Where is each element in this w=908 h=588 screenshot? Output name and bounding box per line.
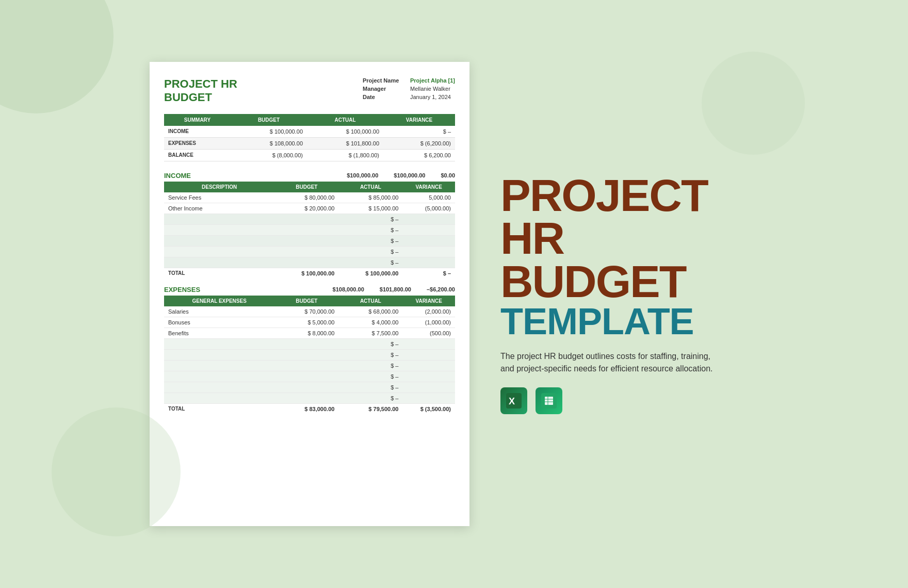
expenses-th-budget: BUDGET (274, 296, 338, 306)
expenses-cell-budget: $ 5,000.00 (274, 317, 338, 328)
expenses-cell-budget (274, 371, 338, 382)
expenses-amounts: $108,000.00 $101,800.00 –$6,200.00 (333, 286, 455, 292)
income-total-budget: $ 100,000.00 (274, 268, 338, 279)
income-header-row: DESCRIPTION BUDGET ACTUAL VARIANCE (164, 182, 455, 192)
table-row: $ – (164, 349, 455, 360)
expenses-total-label: TOTAL (164, 403, 274, 414)
income-total-actual: $ 100,000.00 (338, 268, 402, 279)
table-row: $ – (164, 235, 455, 246)
expenses-cell-budget: $ 8,000.00 (274, 328, 338, 338)
income-cell-budget (274, 224, 338, 235)
expenses-th-actual: ACTUAL (338, 296, 402, 306)
expenses-cell-variance: (500.00) (402, 328, 455, 338)
expenses-cell-actual: $ – (338, 382, 402, 393)
summary-cell-variance: $ – (383, 126, 455, 138)
expenses-cell-desc (164, 371, 274, 382)
table-row: $ – (164, 371, 455, 382)
income-cell-desc (164, 235, 274, 246)
income-th-variance: VARIANCE (402, 182, 455, 192)
info-title-line4: TEMPLATE (500, 303, 758, 340)
expenses-th-variance: VARIANCE (402, 296, 455, 306)
table-row: Service Fees $ 80,000.00 $ 85,000.00 5,0… (164, 192, 455, 203)
summary-cell-actual: $ 101,800.00 (307, 137, 383, 149)
income-cell-budget (274, 214, 338, 224)
income-th-desc: DESCRIPTION (164, 182, 274, 192)
expenses-cell-actual: $ – (338, 393, 402, 403)
meta-row-manager: Manager Mellanie Walker (363, 86, 455, 92)
meta-label-project: Project Name (363, 77, 404, 84)
info-title-line2: HR (500, 217, 758, 260)
summary-row: EXPENSES $ 108,000.00 $ 101,800.00 $ (6,… (164, 137, 455, 149)
meta-value-manager: Mellanie Walker (410, 86, 450, 92)
summary-th-variance: VARIANCE (383, 114, 455, 126)
income-cell-desc (164, 214, 274, 224)
expenses-cell-budget (274, 349, 338, 360)
income-cell-desc (164, 246, 274, 257)
income-cell-budget (274, 246, 338, 257)
income-variance-total: $0.00 (441, 172, 455, 178)
income-cell-variance: 5,000.00 (402, 192, 455, 203)
table-row: $ – (164, 257, 455, 268)
income-cell-budget (274, 257, 338, 268)
expenses-cell-desc (164, 393, 274, 403)
expenses-title: EXPENSES (164, 286, 200, 293)
meta-row-project: Project Name Project Alpha [1] (363, 77, 455, 84)
expenses-cell-budget (274, 338, 338, 349)
sheets-icon (536, 387, 562, 414)
income-th-budget: BUDGET (274, 182, 338, 192)
table-row: $ – (164, 224, 455, 235)
expenses-cell-budget: $ 70,000.00 (274, 306, 338, 317)
expenses-cell-actual: $ – (338, 349, 402, 360)
table-row: $ – (164, 382, 455, 393)
income-cell-actual: $ 15,000.00 (338, 203, 402, 214)
expenses-cell-desc (164, 349, 274, 360)
income-cell-budget (274, 235, 338, 246)
expenses-total-variance: $ (3,500.00) (402, 403, 455, 414)
income-th-actual: ACTUAL (338, 182, 402, 192)
income-cell-actual: $ – (338, 235, 402, 246)
excel-icon: X (500, 387, 527, 414)
expenses-cell-budget (274, 360, 338, 371)
expenses-header-row: GENERAL EXPENSES BUDGET ACTUAL VARIANCE (164, 296, 455, 306)
doc-meta: Project Name Project Alpha [1] Manager M… (363, 77, 455, 105)
expenses-budget-total: $108,000.00 (333, 286, 364, 292)
summary-header-row: SUMMARY BUDGET ACTUAL VARIANCE (164, 114, 455, 126)
income-cell-actual: $ 85,000.00 (338, 192, 402, 203)
table-row: $ – (164, 393, 455, 403)
meta-label-manager: Manager (363, 86, 404, 92)
document: PROJECT HR BUDGET Project Name Project A… (150, 62, 469, 526)
expenses-cell-actual: $ – (338, 360, 402, 371)
page-container: PROJECT HR BUDGET Project Name Project A… (0, 0, 908, 588)
table-row: $ – (164, 246, 455, 257)
expenses-detail-table: GENERAL EXPENSES BUDGET ACTUAL VARIANCE … (164, 296, 455, 414)
income-cell-variance (402, 214, 455, 224)
table-row: $ – (164, 360, 455, 371)
income-cell-actual: $ – (338, 224, 402, 235)
expenses-total-budget: $ 83,000.00 (274, 403, 338, 414)
summary-cell-variance: $ (6,200.00) (383, 137, 455, 149)
income-cell-budget: $ 20,000.00 (274, 203, 338, 214)
summary-row: BALANCE $ (8,000.00) $ (1,800.00) $ 6,20… (164, 149, 455, 161)
income-cell-variance (402, 224, 455, 235)
expenses-cell-desc: Benefits (164, 328, 274, 338)
income-cell-desc: Service Fees (164, 192, 274, 203)
table-row: Salaries $ 70,000.00 $ 68,000.00 (2,000.… (164, 306, 455, 317)
income-cell-desc: Other Income (164, 203, 274, 214)
doc-header: PROJECT HR BUDGET Project Name Project A… (164, 77, 455, 105)
info-title-line1: PROJECT (500, 174, 758, 217)
expenses-variance-total: –$6,200.00 (427, 286, 455, 292)
expenses-cell-budget (274, 393, 338, 403)
expenses-cell-variance (402, 349, 455, 360)
table-row: $ – (164, 214, 455, 224)
app-icon-row: X (500, 387, 758, 414)
summary-cell-label: BALANCE (164, 149, 231, 161)
expenses-section-header: EXPENSES $108,000.00 $101,800.00 –$6,200… (164, 286, 455, 296)
income-detail-table: DESCRIPTION BUDGET ACTUAL VARIANCE Servi… (164, 182, 455, 279)
expenses-cell-variance: (2,000.00) (402, 306, 455, 317)
summary-cell-actual: $ (1,800.00) (307, 149, 383, 161)
expenses-actual-total: $101,800.00 (380, 286, 411, 292)
svg-text:X: X (509, 396, 515, 406)
income-cell-desc (164, 224, 274, 235)
meta-value-date: January 1, 2024 (410, 94, 451, 100)
expenses-cell-actual: $ 4,000.00 (338, 317, 402, 328)
